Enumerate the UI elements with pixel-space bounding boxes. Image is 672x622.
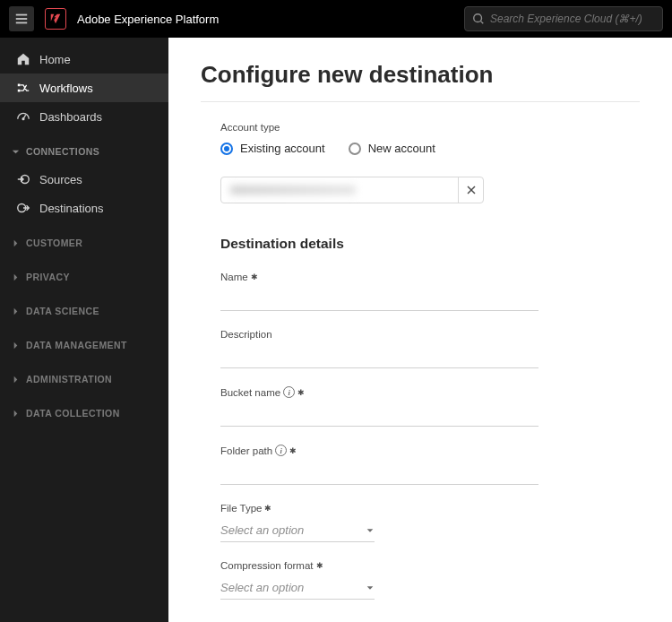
required-asterisk-icon: ✱: [264, 504, 271, 513]
sidebar-item-sources[interactable]: Sources: [0, 165, 168, 194]
required-asterisk-icon: ✱: [316, 561, 323, 570]
file-type-select[interactable]: Select an option: [220, 519, 375, 542]
svg-rect-6: [18, 90, 21, 92]
sources-icon: [16, 172, 30, 186]
compression-format-select[interactable]: Select an option: [220, 576, 375, 600]
page-divider: [201, 101, 640, 102]
svg-line-4: [481, 22, 484, 24]
folder-path-input[interactable]: [220, 462, 538, 485]
chevron-down-icon: [366, 526, 375, 535]
sidebar-group-data-collection[interactable]: DATA COLLECTION: [0, 400, 168, 427]
compression-format-label: Compression format: [220, 560, 314, 571]
required-asterisk-icon: ✱: [251, 272, 258, 281]
name-label: Name: [220, 272, 248, 282]
adobe-logo: [45, 8, 66, 30]
required-asterisk-icon: ✱: [289, 446, 297, 455]
svg-point-8: [22, 118, 24, 120]
global-search[interactable]: [464, 6, 663, 31]
sidebar-group-label: DATA COLLECTION: [26, 408, 120, 419]
chevron-right-icon: [11, 409, 21, 419]
sidebar-item-label: Sources: [39, 173, 82, 186]
sidebar-item-workflows[interactable]: Workflows: [0, 73, 168, 102]
svg-point-3: [474, 14, 482, 22]
info-icon[interactable]: i: [275, 445, 287, 456]
chevron-right-icon: [11, 375, 21, 384]
home-icon: [16, 52, 30, 66]
bucket-name-label: Bucket name: [220, 387, 280, 398]
sidebar-navigation: Home Workflows Dashboards CONNECTIONS So…: [0, 38, 168, 622]
hamburger-icon: [14, 12, 29, 26]
selected-account-value: [221, 177, 458, 203]
close-icon: [466, 185, 477, 195]
radio-label: New account: [368, 142, 435, 155]
sidebar-group-label: DATA MANAGEMENT: [26, 340, 127, 350]
sidebar-group-privacy[interactable]: PRIVACY: [0, 263, 168, 290]
radio-label: Existing account: [240, 142, 325, 155]
sidebar-item-home[interactable]: Home: [0, 45, 168, 73]
sidebar-item-dashboards[interactable]: Dashboards: [0, 102, 168, 131]
description-input[interactable]: [220, 345, 538, 368]
radio-new-account[interactable]: New account: [349, 142, 435, 155]
svg-rect-2: [16, 22, 27, 24]
page-title: Configure new destination: [201, 61, 640, 89]
required-asterisk-icon: ✱: [297, 388, 305, 397]
bucket-name-input[interactable]: [220, 403, 538, 427]
sidebar-item-label: Dashboards: [39, 110, 102, 124]
account-type-label: Account type: [220, 122, 552, 133]
select-placeholder: Select an option: [220, 523, 304, 537]
sidebar-group-label: CUSTOMER: [26, 238, 82, 248]
selected-account-field[interactable]: [220, 177, 484, 203]
sidebar-item-destinations[interactable]: Destinations: [0, 194, 168, 222]
sidebar-group-label: PRIVACY: [26, 272, 70, 282]
chevron-right-icon: [11, 238, 21, 248]
radio-existing-account[interactable]: Existing account: [220, 142, 325, 155]
chevron-down-icon: [11, 147, 21, 157]
sidebar-group-data-science[interactable]: DATA SCIENCE: [0, 298, 168, 324]
sidebar-group-data-management[interactable]: DATA MANAGEMENT: [0, 332, 168, 359]
description-label: Description: [220, 329, 272, 340]
radio-indicator: [349, 143, 361, 155]
file-type-label: File Type: [220, 503, 262, 514]
sidebar-item-label: Workflows: [39, 82, 93, 95]
sidebar-group-label: DATA SCIENCE: [26, 306, 99, 316]
search-icon: [472, 13, 485, 25]
dashboard-icon: [16, 109, 30, 124]
select-placeholder: Select an option: [220, 581, 304, 594]
svg-rect-1: [16, 18, 27, 20]
svg-rect-0: [16, 14, 27, 16]
chevron-right-icon: [11, 272, 21, 282]
chevron-right-icon: [11, 341, 21, 350]
sidebar-group-label: ADMINISTRATION: [26, 374, 112, 384]
app-title: Adobe Experience Platform: [77, 13, 219, 26]
chevron-down-icon: [366, 583, 375, 592]
sidebar-item-label: Home: [39, 53, 71, 66]
sidebar-group-label: CONNECTIONS: [26, 146, 99, 157]
sidebar-group-connections[interactable]: CONNECTIONS: [0, 138, 168, 165]
svg-rect-5: [18, 84, 21, 87]
sidebar-item-label: Destinations: [39, 202, 104, 215]
clear-account-button[interactable]: [458, 177, 483, 203]
name-input[interactable]: [220, 288, 538, 311]
menu-toggle-button[interactable]: [9, 6, 34, 31]
destination-details-heading: Destination details: [220, 236, 552, 252]
folder-path-label: Folder path: [220, 445, 272, 456]
search-input[interactable]: [490, 13, 655, 25]
sidebar-group-customer[interactable]: CUSTOMER: [0, 229, 168, 256]
radio-indicator: [220, 143, 233, 155]
sidebar-group-administration[interactable]: ADMINISTRATION: [0, 366, 168, 393]
chevron-right-icon: [11, 307, 21, 316]
workflow-icon: [16, 81, 30, 95]
info-icon[interactable]: i: [283, 386, 295, 398]
destinations-icon: [16, 201, 30, 215]
adobe-a-icon: [49, 13, 62, 25]
